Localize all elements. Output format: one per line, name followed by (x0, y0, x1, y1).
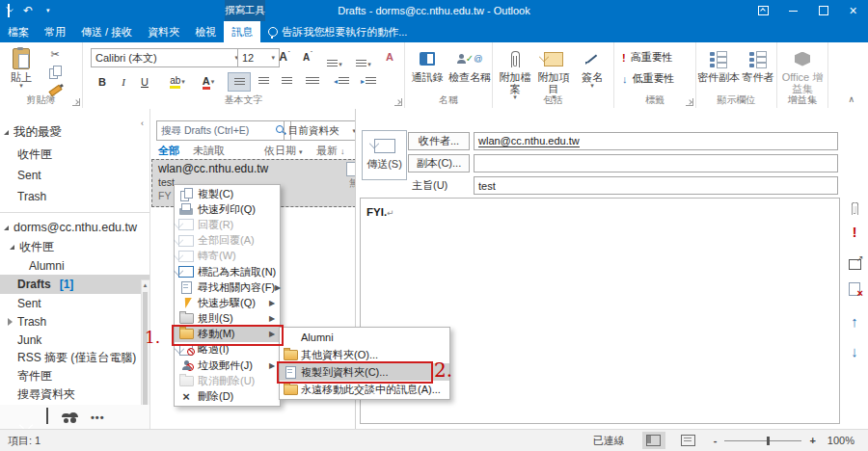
tab-send-receive[interactable]: 傳送 / 接收 (73, 21, 140, 42)
font-color-button[interactable]: A▾ (195, 73, 222, 91)
tab-home[interactable]: 常用 (37, 21, 73, 42)
numbering-button[interactable]: ▾ (351, 50, 376, 67)
scroll-up-icon[interactable]: ▲ (142, 280, 149, 290)
tab-folder[interactable]: 資料夾 (140, 21, 187, 42)
align-right-button[interactable] (276, 72, 297, 90)
sidebar-item-fav-sent[interactable]: Sent (0, 165, 149, 186)
cc-field[interactable] (474, 154, 838, 172)
increase-indent-button[interactable]: ▸ (357, 72, 380, 90)
paste-button[interactable]: 貼上▾ (4, 44, 39, 89)
from-button[interactable]: 寄件者 (741, 44, 775, 83)
address-book-button[interactable]: 通訊錄 (407, 44, 448, 83)
normal-view-button[interactable] (642, 432, 665, 449)
menu-item-quick-print[interactable]: 快速列印(Q) (175, 201, 280, 217)
zoom-slider-thumb[interactable] (767, 437, 770, 445)
expand-icon[interactable] (10, 245, 14, 250)
grow-font-button[interactable]: Aˆ (274, 48, 295, 66)
popout-icon[interactable] (843, 259, 866, 270)
menu-item-delete[interactable]: ×刪除(D) (175, 388, 280, 404)
zoom-level[interactable]: 100% (827, 435, 854, 446)
distributed-button[interactable] (301, 72, 324, 90)
menu-item-find-related[interactable]: 尋找相關內容(F)▶ (175, 279, 280, 295)
sort-by-date[interactable]: 依日期 ▾ (264, 144, 303, 158)
high-importance-button[interactable]: ! 高重要性 (622, 50, 673, 65)
office-addins-button[interactable]: Office 增益集 (779, 44, 826, 94)
submenu-item-alumni[interactable]: Alumni (280, 329, 449, 346)
collapsed-icon[interactable] (8, 318, 13, 326)
expand-icon[interactable] (4, 130, 9, 135)
sidebar-item-search-folders[interactable]: 搜尋資料夾 (0, 385, 149, 404)
sidebar-item-outbox[interactable]: 寄件匣 (0, 367, 149, 385)
align-center-button[interactable] (253, 72, 274, 90)
previous-item-icon[interactable]: ↑ (843, 313, 866, 330)
font-name-select[interactable]: Calibri (本文)▾ (91, 48, 243, 67)
attach-item-button[interactable]: 附加項目▾ (535, 44, 572, 100)
attach-file-button[interactable]: 附加檔案▾ (497, 44, 533, 100)
sidebar-item-junk[interactable]: Junk (0, 331, 149, 349)
more-nav-icon[interactable]: ••• (91, 411, 105, 423)
signature-button[interactable]: 簽名▾ (574, 44, 610, 89)
low-importance-button[interactable]: ↓ 低重要性 (622, 71, 675, 86)
underline-button[interactable]: U (135, 73, 154, 91)
sidebar-item-drafts[interactable]: Drafts[1] (0, 275, 149, 294)
ribbon-display-options-button[interactable] (748, 0, 778, 21)
minimize-button[interactable] (778, 0, 808, 21)
menu-item-mark-unread[interactable]: 標記為未讀取(N) (175, 264, 280, 279)
bullets-button[interactable]: ▾ (322, 50, 347, 67)
to-field[interactable]: wlan@cc.nthu.edu.tw (474, 132, 838, 150)
copy-icon[interactable] (46, 64, 64, 79)
importance-shortcut-icon[interactable]: ! (843, 225, 866, 240)
basic-text-dialog-launcher[interactable] (394, 98, 402, 106)
attach-shortcut-icon[interactable] (843, 200, 866, 217)
send-button[interactable]: 傳送(S) (362, 130, 407, 180)
filter-unread[interactable]: 未讀取 (193, 144, 225, 158)
zoom-out-button[interactable]: - (714, 435, 718, 446)
expand-icon[interactable] (4, 226, 9, 230)
search-scope-dropdown[interactable]: 目前資料夾▾ (284, 120, 361, 141)
zoom-in-button[interactable]: + (809, 435, 815, 446)
cut-icon[interactable]: ✂ (46, 46, 64, 62)
check-names-button[interactable]: ✓@ 檢查名稱 (448, 44, 492, 83)
italic-button[interactable]: I (114, 73, 133, 91)
bold-button[interactable]: B (93, 73, 112, 91)
account-header[interactable]: dorms@cc.nthu.edu.tw (0, 217, 149, 238)
maximize-button[interactable] (808, 0, 838, 21)
tab-message[interactable]: 訊息 (224, 21, 260, 42)
discard-icon[interactable] (843, 282, 866, 296)
sidebar-item-inbox[interactable]: 收件匣 (0, 238, 149, 256)
tab-file[interactable]: 檔案 (0, 21, 37, 42)
bcc-button[interactable]: 密件副本 (696, 44, 741, 83)
reading-view-button[interactable] (677, 432, 700, 449)
align-left-button[interactable] (228, 72, 251, 92)
sidebar-item-sent[interactable]: Sent (0, 294, 149, 312)
highlight-button[interactable]: ab▾ (164, 73, 191, 91)
calendar-nav-icon[interactable] (46, 411, 48, 423)
sidebar-item-alumni[interactable]: Alumni (0, 256, 149, 275)
decrease-indent-button[interactable]: ◂ (330, 72, 353, 90)
tab-view[interactable]: 檢視 (187, 21, 224, 42)
sidebar-item-fav-trash[interactable]: Trash (0, 186, 149, 207)
send-receive-icon[interactable] (8, 5, 10, 16)
menu-item-copy[interactable]: 複製(C) (175, 186, 280, 201)
to-button[interactable]: 收件者... (408, 132, 470, 150)
undo-icon[interactable]: ↶ (23, 5, 33, 16)
tell-me-box[interactable]: 告訴我您想要執行的動作... (260, 21, 415, 42)
subject-field[interactable]: test (474, 176, 838, 195)
sidebar-item-fav-inbox[interactable]: 收件匣 (0, 144, 149, 165)
clear-formatting-button[interactable]: A (380, 48, 399, 66)
menu-item-quick-steps[interactable]: 快速步驟(Q)▶ (175, 295, 280, 310)
menu-item-junk[interactable]: 垃圾郵件(J)▶ (175, 358, 280, 373)
sidebar-item-rss[interactable]: RSS 摘要 (僅這台電腦) (0, 349, 149, 367)
shrink-font-button[interactable]: Aˇ (297, 48, 318, 66)
close-button[interactable]: × (838, 0, 868, 21)
sidebar-item-trash[interactable]: Trash (0, 312, 149, 331)
collapse-ribbon-icon[interactable]: ∧ (848, 94, 854, 104)
clipboard-dialog-launcher[interactable] (72, 98, 80, 106)
favorites-header[interactable]: 我的最愛 (0, 120, 149, 144)
next-item-icon[interactable]: ↓ (843, 343, 866, 359)
cc-button[interactable]: 副本(C)... (408, 154, 470, 172)
tags-dialog-launcher[interactable] (686, 98, 693, 106)
qat-customize-icon[interactable]: ▾ (46, 7, 50, 14)
search-input[interactable]: 搜尋 Drafts (Ctrl+E) (156, 120, 291, 141)
filter-all[interactable]: 全部 (158, 144, 179, 158)
